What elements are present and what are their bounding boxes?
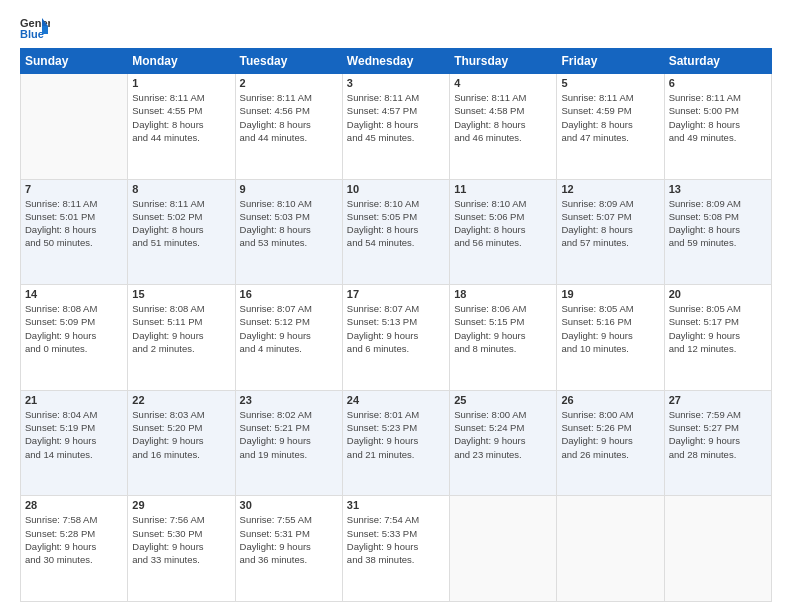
calendar-cell: 14Sunrise: 8:08 AM Sunset: 5:09 PM Dayli… — [21, 285, 128, 391]
day-info: Sunrise: 8:11 AM Sunset: 4:55 PM Dayligh… — [132, 91, 230, 144]
day-number: 6 — [669, 77, 767, 89]
day-number: 13 — [669, 183, 767, 195]
day-info: Sunrise: 8:09 AM Sunset: 5:08 PM Dayligh… — [669, 197, 767, 250]
calendar-header-wednesday: Wednesday — [342, 49, 449, 74]
day-number: 1 — [132, 77, 230, 89]
calendar-cell — [664, 496, 771, 602]
day-number: 31 — [347, 499, 445, 511]
day-info: Sunrise: 8:08 AM Sunset: 5:09 PM Dayligh… — [25, 302, 123, 355]
day-number: 10 — [347, 183, 445, 195]
calendar-cell: 29Sunrise: 7:56 AM Sunset: 5:30 PM Dayli… — [128, 496, 235, 602]
day-number: 17 — [347, 288, 445, 300]
day-number: 18 — [454, 288, 552, 300]
calendar-cell: 3Sunrise: 8:11 AM Sunset: 4:57 PM Daylig… — [342, 74, 449, 180]
day-info: Sunrise: 8:02 AM Sunset: 5:21 PM Dayligh… — [240, 408, 338, 461]
day-info: Sunrise: 8:06 AM Sunset: 5:15 PM Dayligh… — [454, 302, 552, 355]
day-number: 29 — [132, 499, 230, 511]
calendar-cell: 27Sunrise: 7:59 AM Sunset: 5:27 PM Dayli… — [664, 390, 771, 496]
day-number: 9 — [240, 183, 338, 195]
calendar-cell: 16Sunrise: 8:07 AM Sunset: 5:12 PM Dayli… — [235, 285, 342, 391]
calendar-cell: 22Sunrise: 8:03 AM Sunset: 5:20 PM Dayli… — [128, 390, 235, 496]
day-info: Sunrise: 8:07 AM Sunset: 5:13 PM Dayligh… — [347, 302, 445, 355]
day-number: 22 — [132, 394, 230, 406]
page: General Blue SundayMondayTuesdayWednesda… — [0, 0, 792, 612]
day-number: 2 — [240, 77, 338, 89]
calendar-cell: 20Sunrise: 8:05 AM Sunset: 5:17 PM Dayli… — [664, 285, 771, 391]
day-number: 11 — [454, 183, 552, 195]
calendar-cell — [21, 74, 128, 180]
svg-text:Blue: Blue — [20, 28, 44, 40]
calendar-cell: 4Sunrise: 8:11 AM Sunset: 4:58 PM Daylig… — [450, 74, 557, 180]
day-info: Sunrise: 8:10 AM Sunset: 5:05 PM Dayligh… — [347, 197, 445, 250]
day-info: Sunrise: 7:56 AM Sunset: 5:30 PM Dayligh… — [132, 513, 230, 566]
calendar-header-sunday: Sunday — [21, 49, 128, 74]
day-info: Sunrise: 8:05 AM Sunset: 5:16 PM Dayligh… — [561, 302, 659, 355]
calendar-row: 7Sunrise: 8:11 AM Sunset: 5:01 PM Daylig… — [21, 179, 772, 285]
day-info: Sunrise: 8:11 AM Sunset: 4:59 PM Dayligh… — [561, 91, 659, 144]
day-number: 16 — [240, 288, 338, 300]
day-info: Sunrise: 7:55 AM Sunset: 5:31 PM Dayligh… — [240, 513, 338, 566]
calendar-cell: 2Sunrise: 8:11 AM Sunset: 4:56 PM Daylig… — [235, 74, 342, 180]
svg-marker-3 — [42, 26, 48, 34]
calendar-cell: 11Sunrise: 8:10 AM Sunset: 5:06 PM Dayli… — [450, 179, 557, 285]
day-info: Sunrise: 8:11 AM Sunset: 5:00 PM Dayligh… — [669, 91, 767, 144]
day-info: Sunrise: 8:11 AM Sunset: 4:56 PM Dayligh… — [240, 91, 338, 144]
day-info: Sunrise: 8:11 AM Sunset: 4:58 PM Dayligh… — [454, 91, 552, 144]
day-info: Sunrise: 7:58 AM Sunset: 5:28 PM Dayligh… — [25, 513, 123, 566]
day-info: Sunrise: 8:03 AM Sunset: 5:20 PM Dayligh… — [132, 408, 230, 461]
calendar-cell: 13Sunrise: 8:09 AM Sunset: 5:08 PM Dayli… — [664, 179, 771, 285]
day-number: 26 — [561, 394, 659, 406]
day-info: Sunrise: 8:11 AM Sunset: 5:01 PM Dayligh… — [25, 197, 123, 250]
calendar-row: 28Sunrise: 7:58 AM Sunset: 5:28 PM Dayli… — [21, 496, 772, 602]
day-number: 8 — [132, 183, 230, 195]
day-number: 15 — [132, 288, 230, 300]
calendar-cell: 10Sunrise: 8:10 AM Sunset: 5:05 PM Dayli… — [342, 179, 449, 285]
calendar-header-row: SundayMondayTuesdayWednesdayThursdayFrid… — [21, 49, 772, 74]
day-info: Sunrise: 8:08 AM Sunset: 5:11 PM Dayligh… — [132, 302, 230, 355]
calendar-cell: 1Sunrise: 8:11 AM Sunset: 4:55 PM Daylig… — [128, 74, 235, 180]
calendar-cell: 5Sunrise: 8:11 AM Sunset: 4:59 PM Daylig… — [557, 74, 664, 180]
calendar-table: SundayMondayTuesdayWednesdayThursdayFrid… — [20, 48, 772, 602]
day-info: Sunrise: 8:01 AM Sunset: 5:23 PM Dayligh… — [347, 408, 445, 461]
day-number: 21 — [25, 394, 123, 406]
day-number: 27 — [669, 394, 767, 406]
day-info: Sunrise: 8:10 AM Sunset: 5:06 PM Dayligh… — [454, 197, 552, 250]
calendar-cell: 15Sunrise: 8:08 AM Sunset: 5:11 PM Dayli… — [128, 285, 235, 391]
day-info: Sunrise: 7:54 AM Sunset: 5:33 PM Dayligh… — [347, 513, 445, 566]
calendar-cell: 19Sunrise: 8:05 AM Sunset: 5:16 PM Dayli… — [557, 285, 664, 391]
logo-icon: General Blue — [20, 16, 50, 40]
calendar-row: 21Sunrise: 8:04 AM Sunset: 5:19 PM Dayli… — [21, 390, 772, 496]
calendar-cell: 24Sunrise: 8:01 AM Sunset: 5:23 PM Dayli… — [342, 390, 449, 496]
calendar-header-tuesday: Tuesday — [235, 49, 342, 74]
calendar-cell: 8Sunrise: 8:11 AM Sunset: 5:02 PM Daylig… — [128, 179, 235, 285]
calendar-cell: 30Sunrise: 7:55 AM Sunset: 5:31 PM Dayli… — [235, 496, 342, 602]
day-info: Sunrise: 8:05 AM Sunset: 5:17 PM Dayligh… — [669, 302, 767, 355]
day-number: 28 — [25, 499, 123, 511]
calendar-cell: 6Sunrise: 8:11 AM Sunset: 5:00 PM Daylig… — [664, 74, 771, 180]
day-info: Sunrise: 8:07 AM Sunset: 5:12 PM Dayligh… — [240, 302, 338, 355]
calendar-cell: 31Sunrise: 7:54 AM Sunset: 5:33 PM Dayli… — [342, 496, 449, 602]
calendar-cell: 18Sunrise: 8:06 AM Sunset: 5:15 PM Dayli… — [450, 285, 557, 391]
day-number: 25 — [454, 394, 552, 406]
day-info: Sunrise: 8:00 AM Sunset: 5:24 PM Dayligh… — [454, 408, 552, 461]
day-info: Sunrise: 8:10 AM Sunset: 5:03 PM Dayligh… — [240, 197, 338, 250]
calendar-cell: 7Sunrise: 8:11 AM Sunset: 5:01 PM Daylig… — [21, 179, 128, 285]
calendar-cell: 9Sunrise: 8:10 AM Sunset: 5:03 PM Daylig… — [235, 179, 342, 285]
calendar-header-saturday: Saturday — [664, 49, 771, 74]
calendar-cell: 26Sunrise: 8:00 AM Sunset: 5:26 PM Dayli… — [557, 390, 664, 496]
day-number: 30 — [240, 499, 338, 511]
calendar-cell: 12Sunrise: 8:09 AM Sunset: 5:07 PM Dayli… — [557, 179, 664, 285]
day-number: 23 — [240, 394, 338, 406]
day-info: Sunrise: 8:09 AM Sunset: 5:07 PM Dayligh… — [561, 197, 659, 250]
calendar-cell — [557, 496, 664, 602]
header: General Blue — [20, 16, 772, 40]
day-number: 20 — [669, 288, 767, 300]
calendar-cell: 23Sunrise: 8:02 AM Sunset: 5:21 PM Dayli… — [235, 390, 342, 496]
day-info: Sunrise: 8:11 AM Sunset: 5:02 PM Dayligh… — [132, 197, 230, 250]
day-info: Sunrise: 7:59 AM Sunset: 5:27 PM Dayligh… — [669, 408, 767, 461]
day-number: 3 — [347, 77, 445, 89]
calendar-row: 14Sunrise: 8:08 AM Sunset: 5:09 PM Dayli… — [21, 285, 772, 391]
day-number: 7 — [25, 183, 123, 195]
calendar-header-monday: Monday — [128, 49, 235, 74]
calendar-header-thursday: Thursday — [450, 49, 557, 74]
